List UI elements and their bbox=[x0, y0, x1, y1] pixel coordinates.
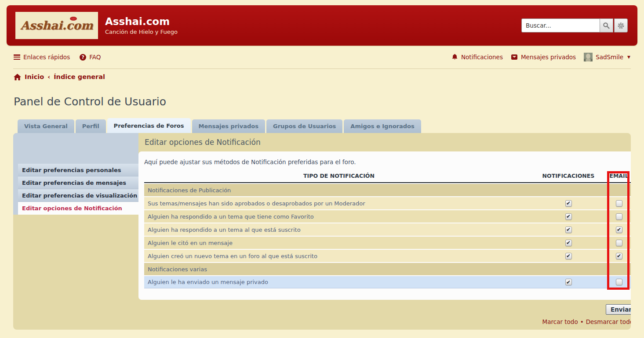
row-label: Alguien le ha enviado un mensaje privado bbox=[144, 279, 534, 285]
table-row: Alguien le citó en un mensaje✔ bbox=[144, 237, 631, 249]
notifications-checkbox-cell: ✔ bbox=[534, 213, 603, 220]
row-label: Alguien ha respondido a un tema que tien… bbox=[144, 213, 534, 220]
tab-preferencias-de-foros[interactable]: Preferencias de Foros bbox=[107, 118, 191, 133]
email-checkbox[interactable] bbox=[616, 240, 622, 246]
email-checkbox[interactable] bbox=[616, 200, 622, 207]
tab-mensajes-privados[interactable]: Mensajes privados bbox=[192, 119, 265, 133]
notifications-checkbox-cell: ✔ bbox=[534, 253, 603, 259]
notifications-link[interactable]: Notificaciones bbox=[451, 54, 503, 61]
page: Asshai.com Asshai.com Canción de Hielo y… bbox=[0, 0, 644, 330]
hamburger-icon bbox=[14, 54, 20, 60]
faq-label: FAQ bbox=[89, 54, 101, 61]
row-label: Notificaciones varias bbox=[144, 266, 534, 273]
submit-button[interactable]: Enviar bbox=[606, 304, 631, 315]
private-messages-link[interactable]: Mensajes privados bbox=[511, 54, 576, 61]
sidebar-menu-block: Editar preferencias personalesEditar pre… bbox=[13, 133, 138, 215]
site-logo-text: Asshai.com bbox=[21, 19, 93, 32]
tab-perfil[interactable]: Perfil bbox=[76, 119, 106, 133]
user-avatar bbox=[584, 53, 593, 61]
site-header: Asshai.com Asshai.com Canción de Hielo y… bbox=[7, 5, 637, 46]
quick-links-bar: Enlaces rápidos ? FAQ Notificaciones Men… bbox=[7, 46, 637, 68]
question-icon: ? bbox=[80, 54, 86, 61]
tab-amigos-e-ignorados[interactable]: Amigos e Ignorados bbox=[344, 119, 421, 133]
column-header-email: EMAIL bbox=[603, 173, 631, 179]
notifications-checkbox[interactable]: ✔ bbox=[565, 279, 572, 285]
breadcrumb: Inicio ‹ Índice general bbox=[7, 69, 637, 80]
chevron-down-icon: ▼ bbox=[627, 55, 630, 59]
email-checkbox[interactable]: ✔ bbox=[616, 227, 622, 233]
row-label: Notificaciones de Publicación bbox=[144, 187, 534, 194]
notification-options-panel: Aquí puede ajustar sus métodos de Notifi… bbox=[138, 151, 631, 300]
quick-links-menu[interactable]: Enlaces rápidos bbox=[14, 54, 70, 61]
table-row-category: Notificaciones de Publicación bbox=[144, 184, 631, 196]
tab-grupos-de-usuarios[interactable]: Grupos de Usuarios bbox=[266, 119, 342, 133]
sidebar-item-editar-preferencias-de-visualizacion[interactable]: Editar preferencias de visualización bbox=[18, 189, 138, 202]
notifications-checkbox[interactable]: ✔ bbox=[565, 227, 572, 233]
notifications-label: Notificaciones bbox=[461, 54, 503, 61]
notifications-checkbox-cell: ✔ bbox=[534, 240, 603, 246]
tab-list: Vista GeneralPerfilPreferencias de Foros… bbox=[18, 118, 637, 133]
email-checkbox-cell: ✔ bbox=[603, 227, 631, 233]
email-checkbox[interactable] bbox=[616, 213, 622, 220]
notifications-checkbox[interactable]: ✔ bbox=[565, 200, 572, 207]
sidebar-item-editar-preferencias-personales[interactable]: Editar preferencias personales bbox=[18, 164, 138, 176]
email-checkbox[interactable]: ✔ bbox=[616, 253, 622, 259]
breadcrumb-home-link[interactable]: Inicio bbox=[25, 73, 44, 80]
sidebar-item-editar-preferencias-de-mensajes[interactable]: Editar preferencias de mensajes bbox=[18, 176, 138, 189]
faq-link[interactable]: ? FAQ bbox=[80, 54, 101, 61]
search-area bbox=[521, 18, 628, 32]
email-checkbox-cell bbox=[603, 240, 631, 246]
gear-icon bbox=[617, 22, 625, 29]
email-checkbox-cell bbox=[603, 279, 631, 285]
search-icon bbox=[603, 22, 610, 29]
site-subtitle: Canción de Hielo y Fuego bbox=[105, 29, 178, 35]
user-menu[interactable]: SadSmile ▼ bbox=[584, 53, 630, 61]
ucp-wrapper: Editar preferencias personalesEditar pre… bbox=[13, 133, 631, 330]
page-title: Panel de Control de Usuario bbox=[14, 95, 637, 108]
ucp-content: Editar opciones de Notificación Aquí pue… bbox=[138, 133, 631, 330]
inbox-icon bbox=[511, 54, 518, 60]
notifications-checkbox[interactable]: ✔ bbox=[565, 213, 572, 220]
tab-vista-general[interactable]: Vista General bbox=[18, 119, 74, 133]
search-input[interactable] bbox=[521, 18, 600, 32]
unmark-all-link[interactable]: Desmarcar todos bbox=[586, 318, 631, 325]
table-row: Alguien ha respondido a un tema que tien… bbox=[144, 210, 631, 223]
private-messages-label: Mensajes privados bbox=[521, 54, 576, 61]
ucp-sidebar: Editar preferencias personalesEditar pre… bbox=[13, 133, 138, 330]
table-row-category: Notificaciones varias bbox=[144, 263, 631, 275]
links-separator: • bbox=[580, 318, 584, 325]
site-title: Asshai.com bbox=[105, 16, 178, 27]
breadcrumb-section-link[interactable]: Índice general bbox=[54, 73, 105, 80]
row-label: Alguien le citó en un mensaje bbox=[144, 240, 534, 246]
email-checkbox-cell bbox=[603, 200, 631, 207]
search-advanced-button[interactable] bbox=[614, 18, 628, 32]
row-label: Sus temas/mensajes han sido aprobados o … bbox=[144, 200, 534, 207]
site-titles: Asshai.com Canción de Hielo y Fuego bbox=[105, 16, 178, 35]
notifications-checkbox[interactable]: ✔ bbox=[565, 253, 572, 259]
table-body: Notificaciones de PublicaciónSus temas/m… bbox=[144, 184, 631, 288]
table-row: Alguien le ha enviado un mensaje privado… bbox=[144, 276, 631, 288]
email-checkbox-cell bbox=[603, 213, 631, 220]
email-checkbox-cell: ✔ bbox=[603, 253, 631, 259]
home-icon bbox=[14, 74, 21, 80]
site-logo[interactable]: Asshai.com bbox=[15, 12, 98, 39]
email-checkbox[interactable] bbox=[616, 279, 622, 285]
sidebar-item-editar-opciones-de-notificacion[interactable]: Editar opciones de Notificación bbox=[18, 202, 138, 215]
search-submit-button[interactable] bbox=[600, 18, 613, 32]
table-header: TIPO DE NOTIFICACIÓN NOTIFICACIONES EMAI… bbox=[144, 173, 631, 183]
user-links: Notificaciones Mensajes privados SadSmil… bbox=[451, 53, 630, 61]
panel-description: Aquí puede ajustar sus métodos de Notifi… bbox=[144, 158, 631, 165]
mark-all-link[interactable]: Marcar todo bbox=[542, 318, 578, 325]
row-label: Alguien ha respondido a un tema al que e… bbox=[144, 227, 534, 233]
sidebar-menu: Editar preferencias personalesEditar pre… bbox=[13, 164, 138, 215]
notifications-checkbox-cell: ✔ bbox=[534, 227, 603, 233]
table-row: Alguien ha respondido a un tema al que e… bbox=[144, 223, 631, 236]
notifications-checkbox-cell: ✔ bbox=[534, 279, 603, 285]
notifications-checkbox[interactable]: ✔ bbox=[565, 240, 572, 246]
breadcrumb-separator: ‹ bbox=[47, 73, 50, 80]
table-row: Sus temas/mensajes han sido aprobados o … bbox=[144, 197, 631, 209]
column-header-tipo: TIPO DE NOTIFICACIÓN bbox=[144, 173, 534, 179]
row-label: Alguien creó un nuevo tema en un foro al… bbox=[144, 253, 534, 259]
bell-icon bbox=[451, 54, 458, 61]
logo-crab-icon bbox=[70, 17, 77, 21]
